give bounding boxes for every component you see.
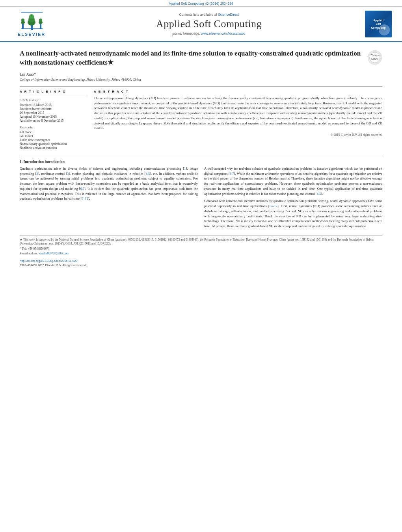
journal-top-bar: Applied Soft Computing 40 (2016) 252–259 [0,0,402,7]
copyright-line: © 2015 Elsevier B.V. All rights reserved… [94,133,382,137]
email-link[interactable]: xiaolin860728@163.com [39,252,69,255]
svg-text:Mark: Mark [371,57,379,61]
elsevier-tree-icon [19,11,45,31]
date-revised-label: Received in revised form [20,107,87,111]
body-text-left: Quadratic optimization arises in diverse… [20,166,198,201]
doi-section: http://dx.doi.org/10.1016/j.asoc.2015.11… [20,259,382,267]
footnote-tel: * Tel.: +86 07438563673. [20,247,382,251]
abstract-text: The recently-proposed Zhang dynamics (ZD… [94,96,382,131]
footnote-divider [20,235,382,235]
journal-logo-section: AppliedSoftComputing [363,11,394,37]
svg-rect-0 [31,25,33,30]
article-info-abstract-section: A R T I C L E I N F O Article history: R… [20,86,382,150]
issn-text: 1568-4946/© 2015 Elsevier B.V. All right… [20,263,382,267]
article-history-label: Article history: [20,98,87,102]
keyword-4: Nonstationary quadratic optimization [20,142,87,146]
keywords-section: Keywords: ZD model GD model Finite-time … [20,126,87,150]
keyword-2: GD model [20,134,87,138]
journal-info-center: Contents lists available at ScienceDirec… [59,11,359,37]
body-col-left: Quadratic optimization arises in diverse… [20,166,198,231]
homepage-line: journal homepage: www.elsevier.com/locat… [172,32,246,35]
journal-logo-box: AppliedSoftComputing [365,11,392,37]
elsevier-logo-section: ELSEVIER [8,11,55,37]
date-accepted: Accepted 10 November 2015 [20,115,87,119]
doi-url[interactable]: http://dx.doi.org/10.1016/j.asoc.2015.11… [20,259,77,263]
abstract-col: A B S T R A C T The recently-proposed Zh… [94,90,382,150]
sciencedirect-link[interactable]: ScienceDirect [218,13,238,17]
author-line: Lin Xiao* [20,72,382,76]
elsevier-brand-text: ELSEVIER [18,32,45,37]
author-affiliation: College of Information Science and Engin… [20,78,382,82]
article-info-col: A R T I C L E I N F O Article history: R… [20,90,87,150]
body-col-right: A well-accepted way for real-time soluti… [204,166,382,231]
homepage-prefix: journal homepage: [172,32,201,35]
footnote-email: E-mail address: xiaolin860728@163.com [20,252,382,256]
svg-rect-7 [40,23,41,29]
sciencedirect-line: Contents lists available at ScienceDirec… [179,13,238,17]
author-name: Lin Xiao* [20,72,36,76]
article-title-section: A nonlinearly-activated neurodynamic mod… [20,49,382,69]
body-text-right-2: Compared with conventional iterative met… [204,198,382,229]
crossmark-icon: Cross Mark [367,50,382,65]
journal-main-title: Applied Soft Computing [156,18,262,30]
journal-bar-text: Applied Soft Computing 40 (2016) 252–259 [169,2,233,6]
elsevier-logo: ELSEVIER [18,11,45,37]
date-revised: 26 September 2015 [20,111,87,115]
section1-title: 1. Introduction introduction [20,160,382,164]
journal-header: ELSEVIER Contents lists available at Sci… [0,7,402,42]
keyword-1: ZD model [20,130,87,134]
body-divider [20,155,382,155]
date-received: Received 16 March 2015 [20,103,87,107]
article-info-heading: A R T I C L E I N F O [20,90,87,93]
svg-text:Cross: Cross [371,54,379,57]
keywords-label: Keywords: [20,126,87,129]
article-title: A nonlinearly-activated neurodynamic mod… [20,49,363,67]
svg-rect-4 [22,23,24,29]
date-online: Available online 8 December 2015 [20,119,87,122]
doi-link-text: http://dx.doi.org/10.1016/j.asoc.2015.11… [20,259,382,263]
body-text-right-1: A well-accepted way for real-time soluti… [204,166,382,196]
sciencedirect-prefix: Contents lists available at [179,13,218,17]
svg-point-6 [21,19,24,22]
abstract-heading: A B S T R A C T [94,90,382,93]
keyword-3: Finite-time convergence [20,138,87,142]
article-info-divider [20,96,87,96]
journal-logo-text: AppliedSoftComputing [371,19,386,29]
page: Applied Soft Computing 40 (2016) 252–259 [0,0,402,532]
main-content: A nonlinearly-activated neurodynamic mod… [0,42,402,274]
footnote-star: ★ This work is supported by the National… [20,238,382,246]
body-two-col: Quadratic optimization arises in diverse… [20,166,382,231]
homepage-link[interactable]: www.elsevier.com/locate/asoc [201,32,246,35]
email-label: E-mail address: [20,252,38,255]
svg-point-3 [29,14,34,19]
keyword-5: Nonlinear activation function [20,146,87,150]
svg-point-9 [39,19,42,22]
